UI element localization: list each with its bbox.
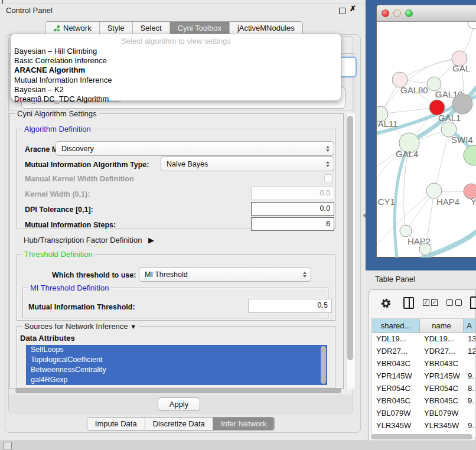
splitter-arrow-icon[interactable] <box>363 213 366 218</box>
tab-select[interactable]: Select <box>133 22 170 34</box>
table-cell: YBL079W <box>420 407 464 420</box>
table-body: YDL19...YDL19...13YDR27...YDR27...12YBR0… <box>372 333 475 437</box>
data-attribute-item[interactable]: gal4RGexp <box>26 375 327 385</box>
settings-vertical-scrollbar-thumb[interactable] <box>347 116 353 360</box>
hub-expander[interactable]: Hub/Transcription Factor Definition ▶ <box>24 236 154 244</box>
data-attributes-label: Data Attributes <box>20 334 75 343</box>
column-header-shared[interactable]: shared... <box>372 319 420 332</box>
table-cell: YDR27... <box>420 345 464 358</box>
table-row[interactable]: YBL079WYBL079W <box>372 407 475 420</box>
mini-panel-icon[interactable] <box>3 442 12 449</box>
bottom-strip <box>0 441 476 450</box>
network-node-label: SWI4 <box>451 135 473 145</box>
network-node[interactable] <box>468 22 476 29</box>
data-attribute-item[interactable]: SelfLoops <box>26 345 327 355</box>
mi-threshold-group-title: MI Threshold Definition <box>28 283 111 292</box>
sources-group-title[interactable]: Sources for Network Inference ▼ <box>22 322 139 331</box>
table-row[interactable]: YBR045CYBR045C9. <box>372 395 475 407</box>
column-header-partial[interactable]: A <box>464 319 475 332</box>
tab-infer-network[interactable]: Infer Network <box>213 418 274 430</box>
attributes-list-scrollbar[interactable] <box>321 346 326 384</box>
close-icon[interactable]: ✗ <box>350 4 356 13</box>
traffic-light-green-icon[interactable] <box>405 9 413 17</box>
unchecked-columns-icon[interactable] <box>446 299 462 306</box>
column-header-name[interactable]: name <box>420 319 464 332</box>
data-attribute-item[interactable]: BetweennessCentrality <box>26 365 327 375</box>
network-node-label: GAL4 <box>396 149 418 159</box>
control-panel-tabbar: Network Style Select Cyni Toolbox jActiv… <box>45 21 303 35</box>
mi-algorithm-type-combo[interactable]: Naive Bayes <box>161 156 334 171</box>
which-threshold-combo[interactable]: MI Threshold <box>139 267 311 282</box>
network-tab-icon <box>53 25 60 32</box>
tab-impute-data[interactable]: Impute Data <box>87 418 145 430</box>
traffic-light-yellow-icon[interactable] <box>393 9 401 17</box>
table-cell: YDL19... <box>372 333 420 345</box>
table-row[interactable]: YER054CYER054C8. <box>372 383 475 395</box>
table-row[interactable]: YLR345WYLR345W9. <box>372 420 475 432</box>
table-cell: 9. <box>464 395 475 407</box>
tab-cyni-toolbox[interactable]: Cyni Toolbox <box>170 22 230 34</box>
algorithm-option[interactable]: Mutual Information Inference <box>11 76 341 85</box>
traffic-light-red-icon[interactable] <box>382 9 389 17</box>
table-cell: YDR27... <box>372 345 420 358</box>
algorithm-option[interactable]: Bayesian – K2 <box>11 85 341 94</box>
aracne-mode-combo[interactable]: Discovery <box>56 141 334 156</box>
checked-columns-icon[interactable]: ✓ ✓ <box>423 299 438 306</box>
algorithm-option[interactable]: Dream8 DC_TDC Algorithm <box>11 94 341 104</box>
table-cell: YPR145W <box>420 370 464 383</box>
table-horizontal-scrollbar[interactable] <box>371 434 472 439</box>
table-cell: YDL19... <box>420 333 464 345</box>
data-attributes-list: SelfLoopsTopologicalCoefficientBetweenne… <box>26 345 327 385</box>
network-window: GALGAL80GAL10GAL1GAL11SWI4GAL4GCY1HAP4YH… <box>376 5 476 258</box>
tab-network[interactable]: Network <box>45 22 100 34</box>
algorithm-option[interactable]: Bayesian – Hill Climbing <box>11 47 341 56</box>
table-row[interactable]: YDR27...YDR27...12 <box>372 345 475 358</box>
algorithm-dropdown-prompt: Select algorithm to view settings <box>11 34 341 47</box>
algorithm-dropdown-list: Bayesian – Hill ClimbingBasic Correlatio… <box>11 47 341 104</box>
table-cell: YER054C <box>420 383 464 395</box>
mi-steps-label: Mutual Information Steps: <box>25 221 116 229</box>
combo-arrows-icon <box>326 146 330 152</box>
algorithm-option[interactable]: ARACNE Algorithm <box>11 66 341 75</box>
network-node-label: GAL1 <box>438 113 461 123</box>
mi-steps-field[interactable]: 6 <box>251 217 334 231</box>
table-row[interactable]: YBR043CYBR043C <box>372 358 475 370</box>
tab-discretize-data[interactable]: Discretize Data <box>145 418 213 430</box>
data-attribute-item[interactable]: TopologicalCoefficient <box>26 355 327 365</box>
network-node-label: GAL <box>452 63 470 73</box>
algorithm-dropdown-popup: Select algorithm to view settings Bayesi… <box>11 34 341 101</box>
tab-jactivemnodules[interactable]: jActiveMNodules <box>230 22 302 34</box>
table-cell: YLR345W <box>372 420 420 432</box>
network-node[interactable] <box>400 225 412 237</box>
manual-kernel-label: Manual Kernel Width Definition <box>25 175 134 183</box>
table-cell: YER054C <box>372 383 420 395</box>
float-icon[interactable] <box>339 8 345 14</box>
network-node[interactable] <box>464 145 476 165</box>
algorithm-option[interactable]: Basic Correlation Inference <box>11 56 341 66</box>
split-view-icon[interactable] <box>403 297 414 309</box>
network-window-titlebar[interactable] <box>377 5 476 22</box>
tab-style[interactable]: Style <box>100 22 133 34</box>
manual-kernel-checkbox[interactable] <box>324 174 332 182</box>
network-canvas[interactable]: GALGAL80GAL10GAL1GAL11SWI4GAL4GCY1HAP4YH… <box>377 22 476 257</box>
node-table: shared... name A YDL19...YDL19...13YDR27… <box>371 318 476 437</box>
kernel-width-label: Kernel Width (0,1): <box>25 190 90 198</box>
partial-doc-icon[interactable] <box>470 296 476 309</box>
network-node[interactable] <box>419 243 431 255</box>
network-node[interactable] <box>452 94 472 114</box>
apply-button[interactable]: Apply <box>158 397 200 411</box>
combo-arrows-icon <box>303 272 307 278</box>
kernel-width-field[interactable]: 0.0 <box>251 187 334 200</box>
table-row[interactable]: YDL19...YDL19...13 <box>372 333 475 345</box>
dpi-tolerance-field[interactable]: 0.0 <box>251 202 334 216</box>
settings-horizontal-scrollbar[interactable] <box>15 388 341 393</box>
gear-icon[interactable] <box>380 298 392 311</box>
table-cell: YBR045C <box>372 395 420 407</box>
control-panel-title: Control Panel <box>6 6 53 15</box>
mi-threshold-field[interactable]: 0.5 <box>248 299 332 313</box>
control-panel-top-border <box>0 4 366 4</box>
algorithm-definition-title: Algorithm Definition <box>22 125 93 133</box>
table-row[interactable]: YPR145WYPR145W9. <box>372 370 475 383</box>
network-canvas-svg: GALGAL80GAL10GAL1GAL11SWI4GAL4GCY1HAP4YH… <box>377 22 476 257</box>
table-cell <box>464 358 475 370</box>
